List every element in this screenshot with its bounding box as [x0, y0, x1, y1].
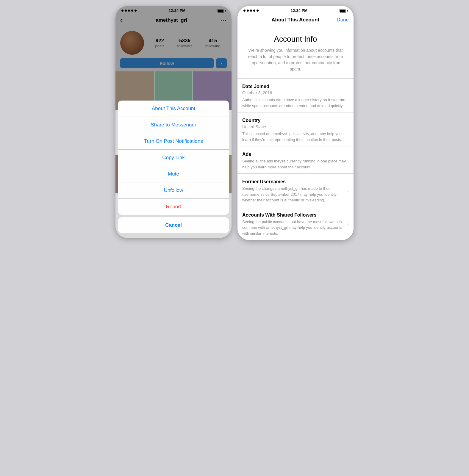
action-share-messenger[interactable]: Share to Messenger	[118, 117, 229, 133]
cancel-button[interactable]: Cancel	[118, 217, 229, 233]
section-desc-4: Seeing the public accounts that have the…	[242, 219, 347, 237]
left-phone: 12:34 PM ‹ amethyst_grl ··· 922 posts	[115, 6, 232, 238]
section-title-4: Accounts With Shared Followers	[242, 212, 347, 218]
info-section-0: Date Joined October 3, 2016 Authentic ac…	[237, 79, 354, 112]
done-button[interactable]: Done	[337, 17, 349, 23]
action-unfollow[interactable]: Unfollow	[118, 182, 229, 199]
section-title-2: Ads	[242, 152, 347, 157]
info-section-4[interactable]: Accounts With Shared Followers Seeing th…	[237, 207, 354, 240]
account-info-title: Account Info	[245, 35, 346, 44]
section-body-2: Ads Seeing all the ads they're currently…	[242, 152, 347, 170]
section-title-0: Date Joined	[242, 84, 349, 89]
action-copy-link[interactable]: Copy Link	[118, 150, 229, 166]
account-info-description: We're showing you information about acco…	[245, 47, 346, 72]
section-row-3[interactable]: Former Usernames Seeing the changes amet…	[242, 179, 349, 203]
about-title: About This Account	[271, 17, 319, 23]
action-post-notifications[interactable]: Turn On Post Notifications	[118, 133, 229, 150]
action-mute[interactable]: Mute	[118, 166, 229, 182]
section-body-3: Former Usernames Seeing the changes amet…	[242, 179, 347, 203]
dot-r4	[253, 10, 255, 12]
battery-fill-right	[340, 10, 346, 12]
battery-body-right	[340, 9, 346, 12]
section-body-4: Accounts With Shared Followers Seeing th…	[242, 212, 347, 237]
right-phone: 12:34 PM About This Account Done Account…	[237, 6, 354, 240]
dot-r5	[257, 10, 259, 12]
dot-r3	[250, 10, 252, 12]
section-desc-0: Authentic accounts often have a longer h…	[242, 97, 349, 109]
info-section-2[interactable]: Ads Seeing all the ads they're currently…	[237, 146, 354, 174]
status-bar-right: 12:34 PM	[237, 6, 354, 14]
section-value-1: United States	[242, 124, 349, 129]
cancel-sheet: Cancel	[118, 217, 229, 233]
section-desc-1: This is based on amethyst_grl's activity…	[242, 131, 349, 143]
action-sheet: About This Account Share to Messenger Tu…	[118, 101, 229, 215]
dot-r2	[247, 10, 249, 12]
chevron-icon-4: ›	[347, 222, 349, 227]
section-desc-3: Seeing the changes amethyst_grl has made…	[242, 186, 347, 203]
section-desc-2: Seeing all the ads they're currently run…	[242, 158, 347, 170]
section-title-1: Country	[242, 118, 349, 123]
battery-tip-right	[347, 10, 348, 12]
section-row-2[interactable]: Ads Seeing all the ads they're currently…	[242, 152, 349, 170]
dot-r1	[243, 10, 246, 12]
section-title-3: Former Usernames	[242, 179, 347, 184]
info-section-1: Country United States This is based on a…	[237, 112, 354, 146]
account-info-header: Account Info We're showing you informati…	[237, 26, 354, 79]
section-value-0: October 3, 2016	[242, 90, 349, 95]
action-sheet-overlay: About This Account Share to Messenger Tu…	[115, 6, 232, 238]
time-right: 12:34 PM	[291, 8, 307, 13]
action-about-account[interactable]: About This Account	[118, 101, 229, 117]
info-sections: Date Joined October 3, 2016 Authentic ac…	[237, 79, 354, 240]
signal-dots-right	[243, 10, 259, 12]
battery-icon-right	[340, 9, 348, 12]
chevron-icon-2: ›	[347, 158, 349, 164]
chevron-icon-3: ›	[347, 188, 349, 194]
section-row-4[interactable]: Accounts With Shared Followers Seeing th…	[242, 212, 349, 237]
about-nav: About This Account Done	[237, 14, 354, 26]
about-content: Account Info We're showing you informati…	[237, 26, 354, 240]
info-section-3[interactable]: Former Usernames Seeing the changes amet…	[237, 174, 354, 207]
action-report[interactable]: Report	[118, 199, 229, 215]
